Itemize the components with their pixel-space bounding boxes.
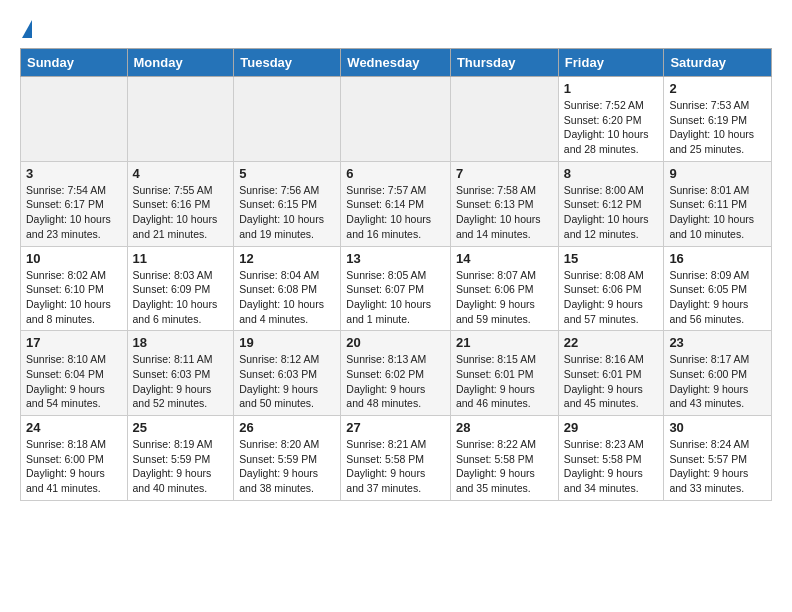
logo-text <box>20 20 32 38</box>
day-number: 7 <box>456 166 553 181</box>
day-number: 16 <box>669 251 766 266</box>
calendar-cell: 26Sunrise: 8:20 AM Sunset: 5:59 PM Dayli… <box>234 416 341 501</box>
calendar-week-row: 24Sunrise: 8:18 AM Sunset: 6:00 PM Dayli… <box>21 416 772 501</box>
day-info: Sunrise: 7:55 AM Sunset: 6:16 PM Dayligh… <box>133 183 229 242</box>
calendar-cell: 25Sunrise: 8:19 AM Sunset: 5:59 PM Dayli… <box>127 416 234 501</box>
day-number: 28 <box>456 420 553 435</box>
day-number: 12 <box>239 251 335 266</box>
calendar-cell: 22Sunrise: 8:16 AM Sunset: 6:01 PM Dayli… <box>558 331 664 416</box>
calendar-cell: 15Sunrise: 8:08 AM Sunset: 6:06 PM Dayli… <box>558 246 664 331</box>
day-info: Sunrise: 8:23 AM Sunset: 5:58 PM Dayligh… <box>564 437 659 496</box>
day-info: Sunrise: 8:05 AM Sunset: 6:07 PM Dayligh… <box>346 268 445 327</box>
day-number: 3 <box>26 166 122 181</box>
day-number: 22 <box>564 335 659 350</box>
calendar-cell <box>127 77 234 162</box>
calendar-cell: 17Sunrise: 8:10 AM Sunset: 6:04 PM Dayli… <box>21 331 128 416</box>
day-info: Sunrise: 8:21 AM Sunset: 5:58 PM Dayligh… <box>346 437 445 496</box>
calendar-cell: 14Sunrise: 8:07 AM Sunset: 6:06 PM Dayli… <box>450 246 558 331</box>
calendar-cell: 30Sunrise: 8:24 AM Sunset: 5:57 PM Dayli… <box>664 416 772 501</box>
calendar-cell: 12Sunrise: 8:04 AM Sunset: 6:08 PM Dayli… <box>234 246 341 331</box>
calendar-cell: 27Sunrise: 8:21 AM Sunset: 5:58 PM Dayli… <box>341 416 451 501</box>
day-info: Sunrise: 8:15 AM Sunset: 6:01 PM Dayligh… <box>456 352 553 411</box>
day-info: Sunrise: 8:02 AM Sunset: 6:10 PM Dayligh… <box>26 268 122 327</box>
logo-triangle-icon <box>22 20 32 38</box>
day-info: Sunrise: 8:19 AM Sunset: 5:59 PM Dayligh… <box>133 437 229 496</box>
day-number: 17 <box>26 335 122 350</box>
day-number: 4 <box>133 166 229 181</box>
day-info: Sunrise: 8:00 AM Sunset: 6:12 PM Dayligh… <box>564 183 659 242</box>
calendar-week-row: 17Sunrise: 8:10 AM Sunset: 6:04 PM Dayli… <box>21 331 772 416</box>
calendar-table: SundayMondayTuesdayWednesdayThursdayFrid… <box>20 48 772 501</box>
day-info: Sunrise: 8:01 AM Sunset: 6:11 PM Dayligh… <box>669 183 766 242</box>
calendar-cell: 9Sunrise: 8:01 AM Sunset: 6:11 PM Daylig… <box>664 161 772 246</box>
day-info: Sunrise: 7:58 AM Sunset: 6:13 PM Dayligh… <box>456 183 553 242</box>
day-number: 19 <box>239 335 335 350</box>
calendar-cell: 7Sunrise: 7:58 AM Sunset: 6:13 PM Daylig… <box>450 161 558 246</box>
calendar-week-row: 3Sunrise: 7:54 AM Sunset: 6:17 PM Daylig… <box>21 161 772 246</box>
logo <box>20 20 32 38</box>
weekday-header-monday: Monday <box>127 49 234 77</box>
day-info: Sunrise: 8:12 AM Sunset: 6:03 PM Dayligh… <box>239 352 335 411</box>
calendar-cell: 5Sunrise: 7:56 AM Sunset: 6:15 PM Daylig… <box>234 161 341 246</box>
day-info: Sunrise: 7:53 AM Sunset: 6:19 PM Dayligh… <box>669 98 766 157</box>
day-number: 6 <box>346 166 445 181</box>
calendar-cell: 23Sunrise: 8:17 AM Sunset: 6:00 PM Dayli… <box>664 331 772 416</box>
calendar-cell: 24Sunrise: 8:18 AM Sunset: 6:00 PM Dayli… <box>21 416 128 501</box>
day-number: 15 <box>564 251 659 266</box>
day-number: 21 <box>456 335 553 350</box>
day-number: 30 <box>669 420 766 435</box>
calendar-cell <box>341 77 451 162</box>
calendar-week-row: 10Sunrise: 8:02 AM Sunset: 6:10 PM Dayli… <box>21 246 772 331</box>
weekday-header-wednesday: Wednesday <box>341 49 451 77</box>
day-info: Sunrise: 7:56 AM Sunset: 6:15 PM Dayligh… <box>239 183 335 242</box>
day-number: 18 <box>133 335 229 350</box>
calendar-cell <box>234 77 341 162</box>
day-number: 13 <box>346 251 445 266</box>
page: SundayMondayTuesdayWednesdayThursdayFrid… <box>0 0 792 517</box>
calendar-cell: 20Sunrise: 8:13 AM Sunset: 6:02 PM Dayli… <box>341 331 451 416</box>
calendar-cell <box>21 77 128 162</box>
day-number: 5 <box>239 166 335 181</box>
day-number: 10 <box>26 251 122 266</box>
day-number: 24 <box>26 420 122 435</box>
day-info: Sunrise: 7:54 AM Sunset: 6:17 PM Dayligh… <box>26 183 122 242</box>
calendar-cell: 28Sunrise: 8:22 AM Sunset: 5:58 PM Dayli… <box>450 416 558 501</box>
calendar-cell: 13Sunrise: 8:05 AM Sunset: 6:07 PM Dayli… <box>341 246 451 331</box>
calendar-cell: 19Sunrise: 8:12 AM Sunset: 6:03 PM Dayli… <box>234 331 341 416</box>
day-info: Sunrise: 8:17 AM Sunset: 6:00 PM Dayligh… <box>669 352 766 411</box>
weekday-header-sunday: Sunday <box>21 49 128 77</box>
calendar-week-row: 1Sunrise: 7:52 AM Sunset: 6:20 PM Daylig… <box>21 77 772 162</box>
day-info: Sunrise: 8:10 AM Sunset: 6:04 PM Dayligh… <box>26 352 122 411</box>
day-info: Sunrise: 8:16 AM Sunset: 6:01 PM Dayligh… <box>564 352 659 411</box>
header <box>20 16 772 38</box>
day-info: Sunrise: 8:18 AM Sunset: 6:00 PM Dayligh… <box>26 437 122 496</box>
calendar-cell: 18Sunrise: 8:11 AM Sunset: 6:03 PM Dayli… <box>127 331 234 416</box>
day-info: Sunrise: 8:07 AM Sunset: 6:06 PM Dayligh… <box>456 268 553 327</box>
calendar-cell: 21Sunrise: 8:15 AM Sunset: 6:01 PM Dayli… <box>450 331 558 416</box>
calendar-cell: 2Sunrise: 7:53 AM Sunset: 6:19 PM Daylig… <box>664 77 772 162</box>
calendar-cell: 11Sunrise: 8:03 AM Sunset: 6:09 PM Dayli… <box>127 246 234 331</box>
day-number: 1 <box>564 81 659 96</box>
weekday-header-row: SundayMondayTuesdayWednesdayThursdayFrid… <box>21 49 772 77</box>
day-info: Sunrise: 8:04 AM Sunset: 6:08 PM Dayligh… <box>239 268 335 327</box>
day-info: Sunrise: 8:03 AM Sunset: 6:09 PM Dayligh… <box>133 268 229 327</box>
day-number: 8 <box>564 166 659 181</box>
day-number: 29 <box>564 420 659 435</box>
calendar-cell: 8Sunrise: 8:00 AM Sunset: 6:12 PM Daylig… <box>558 161 664 246</box>
day-info: Sunrise: 8:13 AM Sunset: 6:02 PM Dayligh… <box>346 352 445 411</box>
calendar-cell: 6Sunrise: 7:57 AM Sunset: 6:14 PM Daylig… <box>341 161 451 246</box>
calendar-cell: 16Sunrise: 8:09 AM Sunset: 6:05 PM Dayli… <box>664 246 772 331</box>
day-info: Sunrise: 7:57 AM Sunset: 6:14 PM Dayligh… <box>346 183 445 242</box>
day-number: 11 <box>133 251 229 266</box>
day-number: 26 <box>239 420 335 435</box>
day-number: 14 <box>456 251 553 266</box>
day-info: Sunrise: 8:08 AM Sunset: 6:06 PM Dayligh… <box>564 268 659 327</box>
calendar-cell: 3Sunrise: 7:54 AM Sunset: 6:17 PM Daylig… <box>21 161 128 246</box>
day-number: 23 <box>669 335 766 350</box>
weekday-header-tuesday: Tuesday <box>234 49 341 77</box>
day-info: Sunrise: 8:24 AM Sunset: 5:57 PM Dayligh… <box>669 437 766 496</box>
weekday-header-friday: Friday <box>558 49 664 77</box>
day-number: 9 <box>669 166 766 181</box>
calendar-cell: 29Sunrise: 8:23 AM Sunset: 5:58 PM Dayli… <box>558 416 664 501</box>
weekday-header-thursday: Thursday <box>450 49 558 77</box>
